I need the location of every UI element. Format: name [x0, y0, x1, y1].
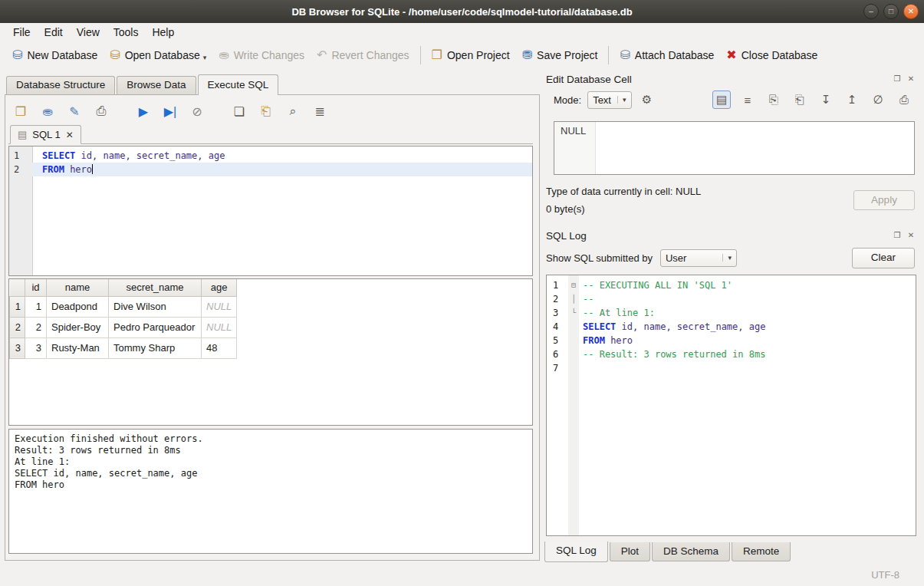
print-icon[interactable]: ⎙ — [92, 102, 110, 120]
column-header-age[interactable]: age — [202, 279, 237, 296]
cell-age[interactable]: 48 — [202, 337, 237, 358]
menu-tools[interactable]: Tools — [107, 25, 146, 40]
open-database-dropdown-icon[interactable]: ▾ — [203, 54, 207, 61]
execution-status-message: Execution finished without errors. Resul… — [8, 429, 533, 554]
mode-settings-icon[interactable]: ⚙ — [638, 91, 656, 109]
window-controls: – □ ✕ — [863, 4, 919, 19]
sql-tab-close-icon[interactable]: ✕ — [66, 130, 74, 140]
cell-secret-name[interactable]: Pedro Parqueador — [109, 317, 202, 337]
right-panel: Edit Database Cell ❐ ✕ Mode: Text ▾ ⚙ ▤ … — [540, 69, 924, 564]
log-line: 1 ⊟ -- EXECUTING ALL IN 'SQL 1' — [547, 278, 916, 292]
menu-file[interactable]: File — [6, 25, 38, 40]
word-wrap-icon[interactable]: ≡ — [738, 91, 757, 109]
cell-id[interactable]: 3 — [25, 337, 47, 358]
text-cursor — [92, 164, 93, 174]
sql-toolbar: ❐ ⛂ ✎ ⎙ ▶ ▶| ⊘ ❏ ⎗ ⌕ ≣ — [8, 98, 533, 124]
fold-marker-icon[interactable]: ⊟ — [568, 278, 579, 292]
tab-database-structure[interactable]: Database Structure — [6, 76, 115, 94]
maximize-button[interactable]: □ — [883, 4, 899, 19]
column-header-id[interactable]: id — [25, 279, 47, 296]
tab-execute-sql[interactable]: Execute SQL — [198, 74, 279, 95]
attach-database-button[interactable]: ⛁ Attach Database — [613, 45, 720, 65]
execute-all-icon[interactable]: ▶ — [134, 102, 153, 120]
cell-value-editor[interactable]: NULL — [554, 121, 915, 175]
dock-float-icon[interactable]: ❐ — [892, 230, 903, 241]
menu-help[interactable]: Help — [145, 25, 181, 40]
open-sql-in-tab-icon[interactable]: ⎗ — [257, 102, 275, 120]
import-from-file-icon[interactable]: ↥ — [843, 91, 861, 109]
dock-close-icon[interactable]: ✕ — [906, 230, 916, 241]
cell-name[interactable]: Deadpond — [47, 296, 109, 317]
save-sql-file-as-icon[interactable]: ✎ — [65, 102, 84, 120]
dock-close-icon[interactable]: ✕ — [906, 74, 916, 84]
toolbar-separator — [608, 46, 609, 64]
new-sql-tab-icon[interactable]: ❏ — [230, 102, 248, 120]
execute-current-line-icon[interactable]: ▶| — [161, 102, 179, 120]
cell-id[interactable]: 2 — [25, 317, 47, 337]
find-replace-icon[interactable]: ⌕ — [284, 102, 302, 120]
open-project-button[interactable]: ❐ Open Project — [426, 45, 516, 65]
dock-float-icon[interactable]: ❐ — [892, 74, 903, 84]
dock-tab-sql-log[interactable]: SQL Log — [544, 542, 608, 562]
text-view-icon[interactable]: ▤ — [712, 91, 731, 109]
chevron-down-icon: ▾ — [617, 96, 626, 104]
corner-header[interactable] — [10, 279, 25, 296]
dock-tab-db-schema[interactable]: DB Schema — [652, 542, 730, 561]
new-database-button[interactable]: ⛁ New Database — [6, 45, 104, 65]
menu-view[interactable]: View — [70, 25, 107, 40]
menu-edit[interactable]: Edit — [38, 25, 70, 40]
log-line: 3 └ -- At line 1: — [547, 306, 916, 320]
sql-editor[interactable]: 1 SELECT id, name, secret_name, age 2 FR… — [8, 146, 533, 276]
table-row: 1 1 Deadpond Dive Wilson NULL — [10, 296, 237, 317]
menu-bar: File Edit View Tools Help — [0, 23, 924, 41]
main-area: Database Structure Browse Data Execute S… — [0, 69, 924, 564]
main-toolbar: ⛁ New Database ⛁ Open Database ▾ ⛂ Write… — [0, 41, 924, 69]
fold-guide: │ — [568, 292, 579, 306]
dock-tab-plot[interactable]: Plot — [610, 542, 650, 561]
print-cell-icon[interactable]: ⎙ — [895, 91, 913, 109]
export-to-file-icon[interactable]: ↧ — [817, 91, 835, 109]
execute-sql-pane: ❐ ⛂ ✎ ⎙ ▶ ▶| ⊘ ❏ ⎗ ⌕ ≣ ▤ SQL 1 ✕ — [5, 94, 540, 561]
row-number[interactable]: 3 — [10, 337, 25, 358]
cell-secret-name[interactable]: Tommy Sharp — [109, 337, 202, 358]
cell-type-info: Type of data currently in cell: NULL — [546, 186, 853, 197]
new-database-icon: ⛁ — [12, 49, 22, 61]
revert-changes-icon: ↶ — [317, 49, 327, 61]
mode-select[interactable]: Text ▾ — [587, 91, 631, 109]
save-project-button[interactable]: ⛃ Save Project — [516, 45, 604, 65]
close-button[interactable]: ✕ — [903, 4, 919, 19]
close-database-button[interactable]: ✖ Close Database — [720, 45, 824, 65]
sql-log-view[interactable]: 1 ⊟ -- EXECUTING ALL IN 'SQL 1' 2 │ -- 3… — [546, 275, 916, 536]
tab-browse-data[interactable]: Browse Data — [117, 76, 196, 94]
row-number[interactable]: 2 — [10, 317, 25, 337]
cell-age[interactable]: NULL — [202, 296, 237, 317]
encoding-indicator[interactable]: UTF-8 — [871, 569, 899, 581]
column-header-name[interactable]: name — [47, 279, 109, 296]
title-bar[interactable]: DB Browser for SQLite - /home/user/code/… — [0, 0, 924, 23]
sql-tab-1[interactable]: ▤ SQL 1 ✕ — [10, 125, 81, 144]
copy-icon[interactable]: ⎘ — [765, 91, 783, 109]
edit-cell-title: Edit Database Cell — [546, 74, 889, 85]
edit-cell-toolbar: Mode: Text ▾ ⚙ ▤ ≡ ⎘ ⎗ ↧ ↥ ∅ ⎙ — [541, 87, 918, 112]
line-number: 1 — [9, 149, 32, 163]
open-sql-file-icon[interactable]: ❐ — [12, 102, 30, 120]
open-database-button[interactable]: ⛁ Open Database ▾ — [104, 45, 212, 65]
submitted-by-select[interactable]: User ▾ — [660, 249, 737, 267]
save-sql-file-icon[interactable]: ⛂ — [38, 102, 57, 120]
dock-tab-remote[interactable]: Remote — [732, 542, 791, 561]
cell-id[interactable]: 1 — [25, 296, 47, 317]
clear-log-button[interactable]: Clear — [852, 248, 915, 268]
cell-age[interactable]: NULL — [202, 317, 237, 337]
set-null-icon[interactable]: ∅ — [869, 91, 887, 109]
cell-name[interactable]: Rusty-Man — [47, 337, 109, 358]
cell-secret-name[interactable]: Dive Wilson — [109, 296, 202, 317]
paste-icon[interactable]: ⎗ — [791, 91, 809, 109]
close-database-label: Close Database — [742, 49, 818, 61]
column-header-secret-name[interactable]: secret_name — [109, 279, 202, 296]
row-number[interactable]: 1 — [10, 296, 25, 317]
revert-changes-button: ↶ Revert Changes — [311, 45, 416, 65]
cell-name[interactable]: Spider-Boy — [47, 317, 109, 337]
word-wrap-icon[interactable]: ≣ — [311, 102, 329, 120]
minimize-button[interactable]: – — [863, 4, 879, 19]
new-database-label: New Database — [27, 49, 97, 61]
